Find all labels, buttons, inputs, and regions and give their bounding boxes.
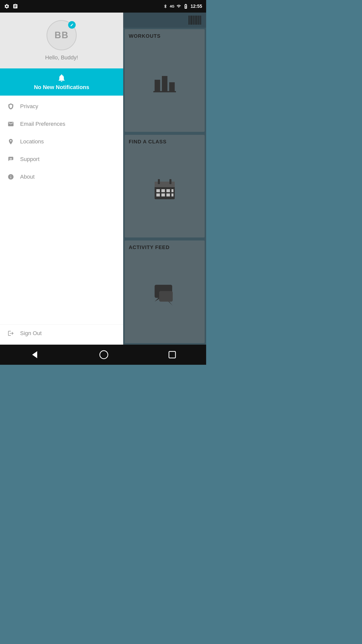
bell-icon — [57, 73, 66, 83]
workouts-card[interactable]: WORKOUTS — [125, 29, 205, 132]
svg-rect-17 — [158, 179, 160, 184]
svg-rect-26 — [171, 193, 173, 196]
activity-feed-title: ACTIVITY FEED — [129, 245, 170, 250]
menu-item-locations[interactable]: Locations — [0, 133, 123, 150]
avatar-initials: BB — [55, 30, 69, 41]
edit-avatar-button[interactable] — [68, 21, 76, 29]
svg-rect-33 — [169, 351, 175, 358]
email-icon — [8, 121, 14, 127]
signal-bars-icon — [176, 4, 181, 9]
about-label: About — [20, 174, 35, 180]
svg-rect-20 — [161, 189, 165, 192]
svg-rect-0 — [189, 16, 189, 25]
svg-rect-19 — [156, 189, 160, 192]
svg-rect-9 — [199, 16, 200, 25]
svg-rect-21 — [166, 189, 170, 192]
locations-label: Locations — [20, 138, 44, 145]
sign-out-button[interactable]: Sign Out — [0, 324, 123, 342]
svg-rect-2 — [191, 16, 192, 25]
drawer: BB Hello, Buddy! No New Notifications Pr… — [0, 13, 123, 345]
svg-rect-8 — [198, 16, 199, 25]
bar-chart-icon — [153, 73, 176, 94]
activity-feed-card[interactable]: ACTIVITY FEED — [125, 240, 205, 343]
barcode-icon[interactable] — [189, 15, 201, 25]
svg-rect-23 — [156, 193, 160, 196]
workouts-icon-area — [129, 39, 201, 128]
svg-rect-4 — [193, 16, 194, 25]
menu-item-email-preferences[interactable]: Email Preferences — [0, 115, 123, 133]
bluetooth-icon — [163, 4, 168, 9]
support-icon — [8, 156, 14, 163]
svg-point-32 — [100, 351, 108, 359]
svg-rect-18 — [169, 179, 171, 184]
svg-rect-10 — [200, 16, 201, 25]
time-display: 12:55 — [191, 4, 202, 9]
menu-list: Privacy Email Preferences Locations Supp… — [0, 96, 123, 324]
settings-icon — [4, 4, 10, 9]
svg-rect-16 — [155, 182, 175, 187]
calendar-icon — [153, 178, 176, 200]
location-icon — [8, 138, 14, 145]
svg-marker-30 — [168, 302, 173, 306]
info-icon — [8, 174, 14, 180]
find-class-card[interactable]: FIND A CLASS — [125, 135, 205, 237]
status-bar: 4G 12:55 — [0, 0, 206, 13]
menu-item-about[interactable]: About — [0, 168, 123, 186]
svg-rect-3 — [192, 16, 193, 25]
signal-4g-icon: 4G — [170, 4, 174, 8]
clipboard-icon — [13, 4, 18, 9]
workouts-title: WORKOUTS — [129, 33, 161, 39]
main-content: WORKOUTS FIND A CLASS — [123, 13, 206, 345]
signout-icon — [8, 330, 14, 337]
privacy-label: Privacy — [20, 103, 38, 110]
sign-out-label: Sign Out — [20, 330, 42, 337]
greeting-text: Hello, Buddy! — [45, 54, 78, 61]
menu-item-support[interactable]: Support — [0, 150, 123, 168]
svg-rect-13 — [169, 82, 175, 91]
menu-item-privacy[interactable]: Privacy — [0, 98, 123, 115]
recent-icon[interactable] — [168, 351, 176, 358]
nav-bar — [0, 345, 206, 365]
support-label: Support — [20, 156, 39, 163]
svg-rect-12 — [162, 76, 167, 91]
status-bar-right: 4G 12:55 — [163, 4, 202, 9]
activity-feed-icon-area — [129, 250, 201, 339]
svg-rect-5 — [195, 16, 195, 25]
svg-rect-22 — [171, 189, 173, 192]
email-preferences-label: Email Preferences — [20, 121, 65, 127]
notification-label: No New Notifications — [34, 84, 89, 91]
svg-rect-11 — [155, 80, 160, 91]
home-icon[interactable] — [99, 350, 108, 359]
svg-rect-24 — [161, 193, 165, 196]
svg-rect-7 — [197, 16, 198, 25]
notifications-banner[interactable]: No New Notifications — [0, 68, 123, 96]
svg-rect-14 — [153, 91, 176, 92]
svg-rect-29 — [159, 291, 173, 302]
profile-section: BB Hello, Buddy! — [0, 13, 123, 68]
svg-rect-6 — [196, 16, 197, 25]
svg-marker-31 — [32, 351, 37, 358]
avatar-container[interactable]: BB — [47, 20, 77, 50]
battery-icon — [183, 4, 189, 9]
status-bar-left — [4, 4, 18, 9]
privacy-icon — [8, 103, 14, 110]
find-class-icon-area — [129, 145, 201, 233]
svg-rect-1 — [190, 16, 190, 25]
pencil-icon — [70, 23, 74, 27]
back-icon[interactable] — [30, 350, 39, 359]
chat-bubbles-icon — [152, 284, 177, 306]
find-class-title: FIND A CLASS — [129, 139, 167, 145]
top-bar — [123, 13, 206, 28]
svg-rect-25 — [166, 193, 170, 196]
